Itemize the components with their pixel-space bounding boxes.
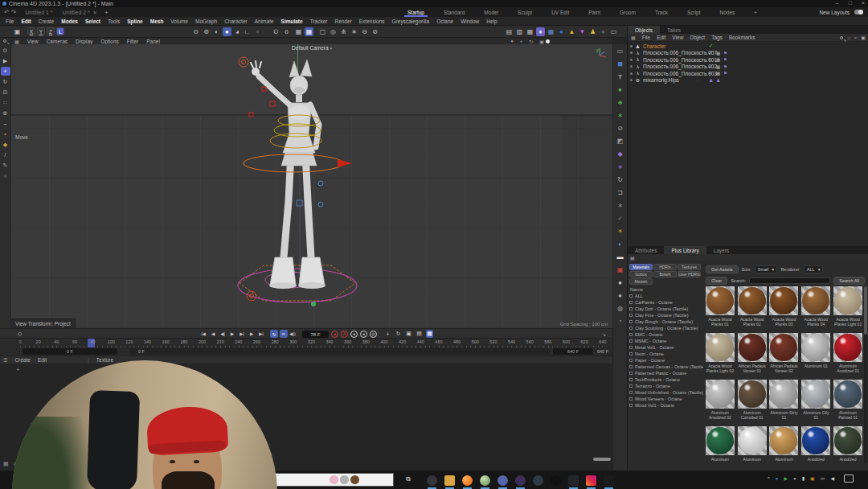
objects-menu-item[interactable]: Edit — [657, 35, 665, 40]
checkbox[interactable] — [629, 301, 633, 304]
material-item[interactable]: Acacia WoodPlanks Light 01 — [832, 286, 864, 333]
palette-icon[interactable]: ◍ — [615, 303, 626, 314]
object-row[interactable]: λ Плоскость.006_Плоскость.001 : ▪ ▦ ⚑ — [628, 56, 868, 64]
loop-toggle[interactable]: ↻ — [270, 330, 278, 338]
palette-icon[interactable]: ✓ — [615, 213, 626, 224]
visibility-dot[interactable] — [630, 79, 633, 81]
material-thumbnail[interactable] — [769, 286, 798, 315]
toolbar-icon[interactable]: ● — [536, 27, 545, 36]
task-view-button[interactable]: ⧉ — [406, 475, 411, 483]
horizontal-scrollbar[interactable] — [593, 458, 611, 461]
layer-toggle-icon[interactable]: : — [697, 43, 698, 48]
object-name[interactable]: Плоскость.006_Плоскость.003 — [643, 71, 717, 76]
taskbar-app-icon[interactable] — [497, 472, 509, 489]
object-name[interactable]: Плоскость.006_Плоскость.001 — [643, 57, 717, 63]
visibility-dot[interactable] — [630, 59, 633, 61]
menu-item[interactable]: Mesh — [150, 18, 164, 24]
viewport-menu-item[interactable]: View — [27, 39, 39, 44]
viewport-menu-item[interactable]: Display — [76, 39, 92, 44]
playback-button[interactable]: ▶ — [228, 330, 236, 338]
minimize-button[interactable]: – — [836, 0, 839, 6]
menu-item[interactable]: Help — [486, 18, 497, 24]
palette-icon[interactable]: ⊘ — [615, 123, 626, 134]
phong-tag-icon[interactable]: ▦ — [716, 57, 720, 62]
taskbar-app-icon[interactable] — [426, 472, 438, 489]
tray-icon[interactable]: ^ — [768, 476, 770, 481]
menu-item[interactable]: Simulate — [281, 18, 303, 24]
menu-item[interactable]: Volume — [170, 18, 188, 24]
tool-icon[interactable]: ○ — [1, 171, 10, 180]
category-item[interactable]: Wood Veneers - Octane — [629, 396, 703, 402]
tool-icon[interactable]: ▪ — [1, 129, 10, 138]
checkbox[interactable] — [629, 384, 633, 388]
palette-icon[interactable]: ♣ — [615, 97, 626, 108]
tool-icon[interactable]: ⊕ — [1, 109, 10, 117]
action-center-icon[interactable] — [844, 475, 854, 483]
objects-menu-item[interactable]: Tags — [711, 35, 723, 40]
tool-icon[interactable]: ↻ — [1, 77, 10, 86]
toolbar-icon[interactable]: ♟ — [588, 27, 597, 36]
material-thumbnail[interactable] — [706, 380, 735, 409]
material-thumbnail[interactable] — [738, 426, 767, 455]
layer-toggle-icon[interactable]: : — [697, 57, 698, 62]
visibility-dot[interactable] — [630, 51, 633, 54]
objects-menu-item[interactable]: File — [642, 35, 650, 40]
timeline-expand-icon[interactable]: ↘ — [602, 331, 606, 337]
checkbox[interactable] — [629, 391, 633, 394]
taskbar-app-icon[interactable] — [479, 472, 491, 489]
material-thumbnail[interactable] — [801, 426, 830, 455]
library-section-button[interactable]: Models — [629, 278, 653, 285]
toolbar-icon[interactable]: ● — [223, 27, 231, 36]
new-document-button[interactable]: + — [104, 9, 108, 16]
viewport-control-icon[interactable]: ▣ — [539, 39, 544, 44]
layout-tab[interactable]: Track — [645, 7, 678, 17]
material-item[interactable]: Anodized — [800, 426, 832, 471]
menu-item[interactable]: Character — [224, 18, 248, 24]
category-item[interactable]: Wood Unfinished - Octane (Tactile) — [629, 389, 703, 396]
checkbox[interactable] — [629, 327, 633, 330]
material-item[interactable]: Aluminum 01 — [800, 333, 832, 380]
lock-tag-icon[interactable]: ▪ — [709, 57, 710, 62]
checkbox[interactable] — [629, 352, 633, 355]
palette-icon[interactable]: ◼ — [615, 59, 626, 69]
toolbar-icon[interactable]: ▲ — [567, 27, 576, 36]
layout-tab[interactable]: Standard — [434, 7, 474, 17]
tool-icon[interactable]: ▶ — [1, 56, 10, 65]
category-item[interactable]: Terrazzo - Octane — [629, 383, 703, 389]
lock-tag-icon[interactable]: ▪ — [709, 71, 710, 76]
objects-header-icon[interactable]: ▣ — [861, 35, 866, 40]
palette-icon[interactable]: ● — [615, 277, 626, 288]
panel-tab[interactable]: Takes — [660, 26, 688, 34]
objects-menu-item[interactable]: Bookmarks — [729, 35, 755, 40]
range-track[interactable] — [129, 348, 550, 355]
palette-icon[interactable]: ◩ — [615, 136, 626, 146]
toolbar-icon[interactable]: ö — [282, 27, 291, 36]
category-item[interactable]: Metal Vol1 - Octane — [629, 344, 703, 351]
material-thumbnail[interactable] — [769, 333, 798, 362]
checkbox[interactable] — [629, 320, 633, 323]
layout-toggle[interactable] — [854, 10, 863, 14]
search-all-button[interactable]: Search All — [833, 277, 865, 285]
layer-toggle-icon[interactable]: : — [697, 71, 698, 76]
palette-icon[interactable]: ● — [615, 84, 626, 95]
menu-item[interactable]: Select — [85, 18, 100, 24]
material-item[interactable]: Acacia WoodPlanks Light 02 — [704, 333, 736, 380]
toolbar-icon[interactable]: ∟ — [243, 27, 252, 36]
checkbox[interactable] — [629, 372, 633, 375]
tool-icon[interactable]: ⊡ — [1, 88, 10, 97]
checkbox[interactable] — [629, 339, 633, 343]
toolbar-icon[interactable]: ⊚ — [202, 27, 211, 36]
category-item[interactable]: Wood Vol1 - Octane — [629, 402, 703, 409]
coordinate-system-button[interactable]: L — [56, 27, 64, 35]
menu-item[interactable]: Spline — [127, 18, 143, 24]
palette-icon[interactable]: ● — [615, 290, 626, 301]
taskbar-app-icon[interactable] — [550, 472, 562, 489]
palette-icon[interactable]: ▬ — [615, 252, 626, 262]
material-item[interactable]: AluminumCorroded 01 — [736, 380, 768, 426]
layout-tab[interactable]: Groom — [610, 7, 645, 17]
flag-tag-icon[interactable]: ⚑ — [723, 57, 727, 62]
menu-item[interactable]: Create — [39, 18, 55, 24]
panel-menu-icon[interactable]: ▤ — [630, 255, 635, 261]
tool-icon[interactable]: ◆ — [1, 140, 10, 149]
object-row[interactable]: λ Плоскость.006_Плоскость.002 : ▪ ▦ ⚑ — [628, 64, 868, 71]
